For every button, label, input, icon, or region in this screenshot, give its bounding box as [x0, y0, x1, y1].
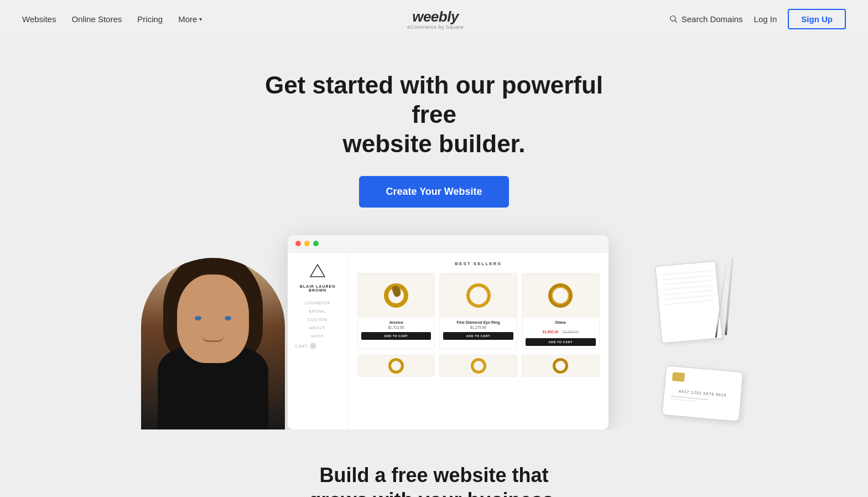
svg-point-0 — [670, 16, 675, 21]
product-price-sale-3: $1,900.00 — [543, 330, 559, 334]
svg-marker-2 — [310, 265, 325, 277]
products-row-2 — [357, 355, 600, 377]
product-img-diamond — [440, 273, 517, 318]
navbar: Websites Online Stores Pricing More ▾ we… — [0, 0, 868, 38]
browser-dot-green — [313, 241, 319, 246]
product-img-diana — [522, 273, 599, 318]
ring-icon-1 — [384, 283, 408, 308]
browser-bar — [288, 235, 609, 252]
ring-icon-3 — [548, 283, 573, 308]
product-info-diamond: Fine Diamond Eye Ring $1,275.00 ADD TO C… — [440, 318, 517, 343]
signup-button[interactable]: Sign Up — [788, 9, 846, 29]
product-info-jessica: Jessica $1,712.50 ADD TO CART — [358, 318, 435, 343]
search-domains-button[interactable]: Search Domains — [669, 14, 743, 24]
add-to-cart-2[interactable]: ADD TO CART — [443, 332, 513, 340]
site-main: BEST SELLERS Jessica $1,712.50 ADD TO CA… — [349, 252, 609, 429]
mouth — [202, 335, 224, 342]
browser-content: BLAIR LAUREN BROWN LOOKBOOK BRIDAL CUSTO… — [288, 252, 609, 429]
svg-line-1 — [675, 20, 677, 23]
hero-visuals: BLAIR LAUREN BROWN LOOKBOOK BRIDAL CUSTO… — [11, 235, 857, 429]
search-icon — [669, 14, 678, 23]
product-card-partial-3 — [522, 355, 600, 377]
product-price-2: $1,275.00 — [443, 325, 513, 329]
create-website-button[interactable]: Create Your Website — [359, 176, 508, 208]
card-chip — [672, 372, 684, 382]
ring-icon-2 — [466, 283, 491, 308]
site-logo-triangle — [309, 263, 326, 278]
product-img-jessica — [358, 273, 435, 318]
nav-item-pricing[interactable]: Pricing — [137, 14, 163, 24]
site-nav-lookbook: LOOKBOOK — [295, 301, 340, 305]
eye-right — [225, 316, 231, 320]
hero-section: Get started with our powerful free websi… — [0, 38, 868, 429]
products-row-1: Jessica $1,712.50 ADD TO CART Fine D — [357, 273, 600, 349]
product-card-partial-2 — [439, 355, 517, 377]
nav-item-websites[interactable]: Websites — [22, 14, 56, 24]
product-name-2: Fine Diamond Eye Ring — [443, 320, 513, 324]
face — [177, 275, 249, 363]
product-price-1: $1,712.50 — [361, 325, 432, 329]
nav-right: Search Domains Log In Sign Up — [669, 9, 846, 29]
product-card-jessica: Jessica $1,712.50 ADD TO CART — [357, 273, 435, 349]
logo[interactable]: weebly eCommerce by Square — [407, 8, 464, 30]
product-card-diana: Diana $1,900.00 $3,299.00 ADD TO CART — [522, 273, 600, 349]
ring-small-3 — [553, 358, 568, 374]
product-info-diana: Diana $1,900.00 $3,299.00 ADD TO CART — [522, 318, 599, 349]
site-nav-about: ABOUT — [295, 326, 340, 330]
chevron-down-icon: ▾ — [199, 16, 202, 22]
credit-card-illustration: 4417 1231 5678 9010 — [662, 365, 743, 422]
site-nav-custom: CUSTOM — [295, 318, 340, 322]
notebook-illustration — [655, 261, 723, 344]
ring-small-1 — [388, 358, 404, 374]
eye-left — [195, 316, 201, 320]
product-price-orig-3: $3,299.00 — [563, 330, 579, 334]
add-to-cart-1[interactable]: ADD TO CART — [361, 332, 432, 340]
card-signature-line-2 — [670, 398, 695, 402]
cart-count: 2 — [310, 343, 316, 349]
logo-wordmark: weebly — [412, 8, 459, 25]
bottom-headline: Build a free website that grows with you… — [11, 463, 857, 497]
site-nav-bridal: BRIDAL — [295, 309, 340, 313]
logo-subtext: eCommerce by Square — [407, 24, 464, 30]
right-illustration: 4417 1231 5678 9010 — [620, 252, 741, 429]
notebook-lines — [656, 262, 720, 318]
product-name-3: Diana — [526, 320, 596, 324]
site-nav-cart: CART 2 — [295, 343, 340, 349]
site-nav-shop: SHOP — [295, 334, 340, 338]
best-sellers-title: BEST SELLERS — [357, 261, 600, 266]
nav-left: Websites Online Stores Pricing More ▾ — [22, 14, 202, 24]
browser-dot-red — [295, 241, 301, 246]
nav-item-more[interactable]: More ▾ — [178, 14, 202, 24]
login-button[interactable]: Log In — [754, 14, 777, 24]
site-sidebar: BLAIR LAUREN BROWN LOOKBOOK BRIDAL CUSTO… — [288, 252, 349, 429]
browser-dot-yellow — [304, 241, 310, 246]
ring-small-2 — [471, 358, 486, 374]
browser-mockup: BLAIR LAUREN BROWN LOOKBOOK BRIDAL CUSTO… — [288, 235, 609, 429]
product-card-diamond: Fine Diamond Eye Ring $1,275.00 ADD TO C… — [439, 273, 517, 349]
nav-item-online-stores[interactable]: Online Stores — [71, 14, 122, 24]
bottom-section: Build a free website that grows with you… — [0, 429, 868, 497]
hero-headline: Get started with our powerful free websi… — [241, 71, 628, 158]
site-brand-name: BLAIR LAUREN BROWN — [295, 284, 340, 292]
product-card-partial-1 — [357, 355, 435, 377]
add-to-cart-3[interactable]: ADD TO CART — [526, 338, 596, 346]
person-image — [127, 252, 299, 429]
product-name-1: Jessica — [361, 320, 432, 324]
